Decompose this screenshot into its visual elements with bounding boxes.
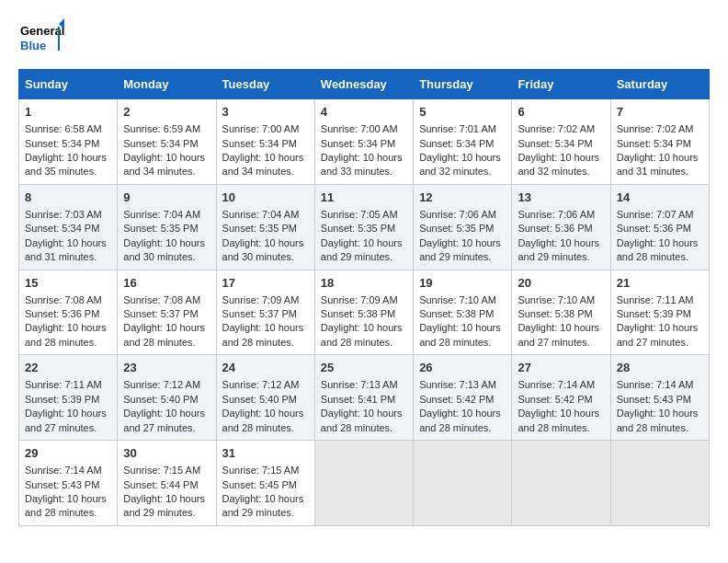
calendar-cell — [610, 441, 709, 526]
calendar-cell: 31Sunrise: 7:15 AMSunset: 5:45 PMDayligh… — [216, 441, 314, 526]
sunrise: Sunrise: 7:11 AM — [25, 379, 102, 390]
daylight: Daylight: 10 hours and 34 minutes. — [222, 152, 304, 177]
daylight: Daylight: 10 hours and 28 minutes. — [25, 493, 107, 518]
daylight: Daylight: 10 hours and 27 minutes. — [123, 408, 205, 432]
day-number: 15 — [25, 275, 111, 292]
calendar-cell: 23Sunrise: 7:12 AMSunset: 5:40 PMDayligh… — [118, 355, 216, 441]
sunrise: Sunrise: 7:14 AM — [518, 379, 595, 390]
logo: General Blue — [18, 18, 64, 60]
calendar-cell: 26Sunrise: 7:13 AMSunset: 5:42 PMDayligh… — [414, 355, 512, 441]
sunset: Sunset: 5:36 PM — [25, 308, 99, 319]
sunrise: Sunrise: 7:08 AM — [25, 294, 102, 305]
sunrise: Sunrise: 7:06 AM — [419, 209, 496, 220]
day-number: 22 — [25, 360, 111, 376]
sunset: Sunset: 5:38 PM — [419, 308, 494, 319]
day-number: 13 — [518, 190, 604, 206]
sunset: Sunset: 5:36 PM — [518, 223, 592, 234]
daylight: Daylight: 10 hours and 28 minutes. — [419, 322, 501, 347]
day-number: 27 — [518, 360, 604, 376]
daylight: Daylight: 10 hours and 28 minutes. — [617, 237, 699, 262]
sunset: Sunset: 5:35 PM — [123, 223, 198, 234]
calendar-cell — [314, 441, 413, 526]
calendar-cell: 14Sunrise: 7:07 AMSunset: 5:36 PMDayligh… — [610, 184, 709, 270]
daylight: Daylight: 10 hours and 29 minutes. — [222, 493, 304, 518]
sunset: Sunset: 5:39 PM — [617, 308, 691, 319]
calendar-cell: 3Sunrise: 7:00 AMSunset: 5:34 PMDaylight… — [216, 99, 314, 185]
day-number: 3 — [222, 104, 309, 121]
sunset: Sunset: 5:37 PM — [123, 308, 198, 319]
col-header-thursday: Thursday — [414, 70, 512, 99]
calendar-cell: 27Sunrise: 7:14 AMSunset: 5:42 PMDayligh… — [512, 355, 610, 441]
sunset: Sunset: 5:34 PM — [25, 223, 99, 234]
daylight: Daylight: 10 hours and 34 minutes. — [123, 152, 205, 177]
calendar-cell: 18Sunrise: 7:09 AMSunset: 5:38 PMDayligh… — [314, 270, 413, 355]
day-number: 5 — [419, 104, 506, 121]
calendar-cell: 25Sunrise: 7:13 AMSunset: 5:41 PMDayligh… — [314, 355, 413, 441]
sunrise: Sunrise: 7:08 AM — [123, 294, 200, 305]
calendar-cell: 11Sunrise: 7:05 AMSunset: 5:35 PMDayligh… — [314, 184, 413, 270]
sunset: Sunset: 5:42 PM — [419, 394, 494, 405]
daylight: Daylight: 10 hours and 29 minutes. — [321, 237, 403, 262]
calendar-cell: 12Sunrise: 7:06 AMSunset: 5:35 PMDayligh… — [414, 184, 512, 270]
daylight: Daylight: 10 hours and 28 minutes. — [321, 408, 403, 432]
sunset: Sunset: 5:35 PM — [419, 223, 494, 234]
daylight: Daylight: 10 hours and 30 minutes. — [123, 237, 205, 262]
sunset: Sunset: 5:36 PM — [617, 223, 691, 234]
col-header-saturday: Saturday — [610, 70, 709, 99]
sunrise: Sunrise: 7:07 AM — [617, 209, 694, 220]
calendar-cell: 10Sunrise: 7:04 AMSunset: 5:35 PMDayligh… — [216, 184, 314, 270]
daylight: Daylight: 10 hours and 27 minutes. — [617, 322, 699, 347]
day-number: 7 — [617, 104, 703, 121]
sunset: Sunset: 5:39 PM — [25, 394, 99, 405]
daylight: Daylight: 10 hours and 35 minutes. — [25, 152, 107, 177]
calendar-cell: 6Sunrise: 7:02 AMSunset: 5:34 PMDaylight… — [512, 99, 610, 185]
day-number: 29 — [25, 445, 111, 462]
daylight: Daylight: 10 hours and 29 minutes. — [518, 237, 599, 262]
daylight: Daylight: 10 hours and 28 minutes. — [123, 322, 205, 347]
daylight: Daylight: 10 hours and 27 minutes. — [25, 408, 107, 432]
sunset: Sunset: 5:43 PM — [25, 479, 99, 490]
sunrise: Sunrise: 7:14 AM — [617, 379, 694, 390]
sunrise: Sunrise: 7:09 AM — [321, 294, 398, 305]
sunset: Sunset: 5:34 PM — [617, 138, 691, 149]
day-number: 20 — [518, 275, 604, 292]
sunrise: Sunrise: 7:10 AM — [518, 294, 595, 305]
calendar-cell: 16Sunrise: 7:08 AMSunset: 5:37 PMDayligh… — [118, 270, 216, 355]
sunset: Sunset: 5:34 PM — [123, 138, 198, 149]
sunset: Sunset: 5:34 PM — [25, 138, 99, 149]
sunset: Sunset: 5:34 PM — [419, 138, 494, 149]
sunrise: Sunrise: 7:13 AM — [321, 379, 398, 390]
day-number: 18 — [321, 275, 407, 292]
daylight: Daylight: 10 hours and 28 minutes. — [25, 322, 107, 347]
calendar-cell: 29Sunrise: 7:14 AMSunset: 5:43 PMDayligh… — [19, 441, 118, 526]
sunset: Sunset: 5:34 PM — [518, 138, 592, 149]
sunrise: Sunrise: 7:12 AM — [222, 379, 300, 390]
calendar-cell: 21Sunrise: 7:11 AMSunset: 5:39 PMDayligh… — [610, 270, 709, 355]
sunrise: Sunrise: 6:59 AM — [123, 123, 200, 134]
calendar-cell: 20Sunrise: 7:10 AMSunset: 5:38 PMDayligh… — [512, 270, 610, 355]
calendar-cell: 19Sunrise: 7:10 AMSunset: 5:38 PMDayligh… — [414, 270, 512, 355]
day-number: 23 — [123, 360, 210, 376]
sunrise: Sunrise: 7:03 AM — [25, 209, 102, 220]
day-number: 2 — [123, 104, 210, 121]
daylight: Daylight: 10 hours and 28 minutes. — [419, 408, 501, 432]
daylight: Daylight: 10 hours and 32 minutes. — [518, 152, 599, 177]
daylight: Daylight: 10 hours and 27 minutes. — [518, 322, 599, 347]
daylight: Daylight: 10 hours and 31 minutes. — [617, 152, 699, 177]
daylight: Daylight: 10 hours and 28 minutes. — [321, 322, 403, 347]
daylight: Daylight: 10 hours and 30 minutes. — [222, 237, 304, 262]
sunset: Sunset: 5:37 PM — [222, 308, 297, 319]
daylight: Daylight: 10 hours and 28 minutes. — [222, 408, 304, 432]
page-header: General Blue — [18, 18, 710, 60]
col-header-tuesday: Tuesday — [216, 70, 314, 99]
calendar-cell: 24Sunrise: 7:12 AMSunset: 5:40 PMDayligh… — [216, 355, 314, 441]
sunrise: Sunrise: 7:04 AM — [123, 209, 200, 220]
day-number: 10 — [222, 190, 309, 206]
day-number: 25 — [321, 360, 407, 376]
sunset: Sunset: 5:34 PM — [321, 138, 395, 149]
sunset: Sunset: 5:38 PM — [518, 308, 592, 319]
day-number: 31 — [222, 445, 309, 462]
calendar-cell — [414, 441, 512, 526]
sunrise: Sunrise: 7:14 AM — [25, 465, 102, 476]
col-header-friday: Friday — [512, 70, 610, 99]
